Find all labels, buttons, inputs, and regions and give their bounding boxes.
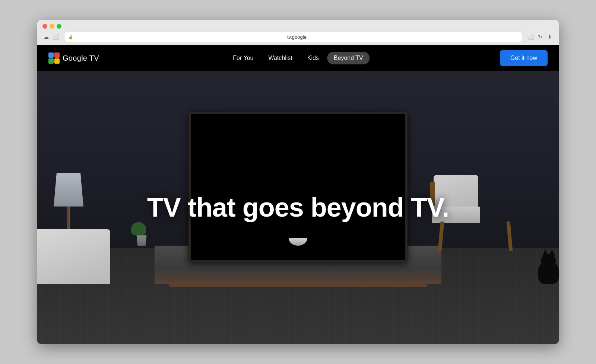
cloud-icon: ☁ [42, 33, 50, 41]
nav-link-beyond-tv[interactable]: Beyond TV [327, 52, 370, 64]
svg-rect-3 [54, 58, 60, 64]
maximize-button[interactable] [57, 24, 61, 29]
share-icon[interactable]: ⬜ [527, 33, 534, 41]
lock-icon: 🔒 [68, 35, 73, 39]
browser-right-icons: ⬜ ↻ ⬇ [527, 33, 554, 41]
browser-titlebar [42, 24, 554, 29]
minimize-button[interactable] [50, 24, 54, 29]
svg-rect-0 [48, 52, 54, 58]
nav-links: For You Watchlist Kids Beyond TV [226, 52, 370, 64]
chair [434, 175, 517, 284]
close-button[interactable] [42, 24, 47, 29]
cat-silhouette [527, 229, 559, 284]
google-logo-icon [48, 52, 60, 64]
chair-leg-right [507, 221, 513, 251]
plant [131, 222, 152, 246]
hero-headline: TV that goes beyond TV. [89, 193, 507, 222]
chair-leg-left [438, 221, 444, 251]
url-text: tv.google [76, 34, 518, 40]
address-bar[interactable]: 🔒 tv.google [64, 32, 522, 42]
svg-rect-2 [48, 58, 54, 64]
svg-rect-1 [54, 52, 60, 58]
bookmark-icon: ⬜ [52, 33, 60, 41]
traffic-lights [42, 24, 61, 29]
plant-pot [136, 235, 147, 246]
nav-brand-text: Google TV [63, 54, 99, 63]
nav-link-watchlist[interactable]: Watchlist [261, 52, 299, 64]
nav-link-kids[interactable]: Kids [301, 52, 326, 64]
hero-text-container: TV that goes beyond TV. [89, 193, 507, 222]
stand-decorations [289, 238, 307, 246]
browser-left-icons: ☁ ⬜ [42, 33, 60, 41]
lamp-shade [54, 173, 83, 207]
hero-section: TV that goes beyond TV. [37, 71, 559, 344]
browser-chrome: ☁ ⬜ 🔒 tv.google ⬜ ↻ ⬇ [37, 20, 559, 45]
get-it-now-button[interactable]: Get it now [500, 50, 548, 66]
download-icon[interactable]: ⬇ [546, 33, 554, 41]
plant-leaves [131, 222, 146, 235]
reload-icon[interactable]: ↻ [536, 33, 544, 41]
cat-body [538, 262, 559, 284]
browser-window: ☁ ⬜ 🔒 tv.google ⬜ ↻ ⬇ [37, 20, 559, 344]
sofa [37, 229, 110, 284]
browser-toolbar: ☁ ⬜ 🔒 tv.google ⬜ ↻ ⬇ [42, 32, 554, 42]
navigation-bar: Google TV For You Watchlist Kids Beyond … [37, 45, 559, 71]
nav-logo[interactable]: Google TV [48, 52, 99, 64]
decor-bowl [289, 238, 307, 246]
page-content: Google TV For You Watchlist Kids Beyond … [37, 45, 559, 344]
nav-link-for-you[interactable]: For You [226, 52, 260, 64]
